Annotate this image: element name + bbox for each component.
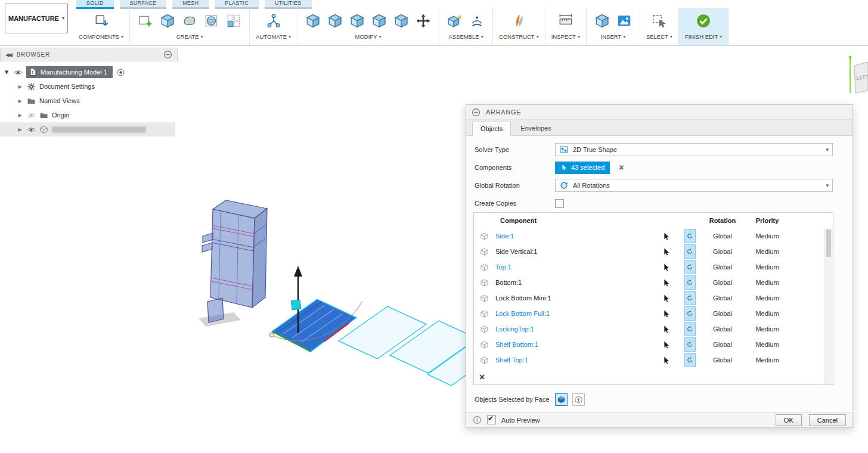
- tab-objects[interactable]: Objects: [472, 122, 511, 136]
- split-body-button[interactable]: [392, 11, 411, 30]
- model-wireframe-body[interactable]: [202, 200, 267, 322]
- select-menu[interactable]: SELECT▾: [646, 33, 672, 40]
- component-name[interactable]: Shelf Bottom:1: [494, 341, 654, 348]
- row-priority-value[interactable]: Medium: [743, 294, 791, 302]
- clear-components-icon[interactable]: ×: [619, 163, 624, 172]
- browser-item-redacted[interactable]: ▶: [0, 122, 175, 136]
- combine-button[interactable]: [370, 11, 389, 30]
- table-row[interactable]: Shelf Top:1GlobalMedium: [474, 352, 833, 368]
- row-rotation-button[interactable]: [684, 229, 696, 243]
- canvas-image-button[interactable]: [615, 11, 634, 30]
- active-document-chip[interactable]: Manufacturing Model 1: [26, 66, 113, 78]
- row-priority-value[interactable]: Medium: [743, 310, 791, 317]
- create-copies-checkbox[interactable]: [555, 199, 564, 208]
- component-name[interactable]: Lock Bottom Full:1: [494, 310, 654, 317]
- select-window-button[interactable]: [650, 11, 669, 30]
- component-name[interactable]: LockingTop:1: [494, 325, 654, 333]
- row-priority-value[interactable]: Medium: [743, 356, 791, 364]
- expand-arrow-icon[interactable]: ▶: [17, 113, 23, 118]
- info-icon[interactable]: [473, 415, 482, 424]
- row-priority-value[interactable]: Medium: [743, 341, 791, 348]
- row-rotation-button[interactable]: [684, 322, 696, 336]
- solver-type-dropdown[interactable]: 2D True Shape ▾: [555, 143, 833, 156]
- joint-button[interactable]: [467, 11, 486, 30]
- table-row[interactable]: Shelf Bottom:1GlobalMedium: [474, 337, 833, 352]
- browser-item-origin[interactable]: ▶Origin: [0, 108, 178, 122]
- objects-by-face-component-button[interactable]: [572, 393, 585, 406]
- row-rotation-button[interactable]: [684, 353, 696, 367]
- cancel-button[interactable]: Cancel: [809, 414, 846, 426]
- component-name[interactable]: Shelf Top:1: [494, 356, 654, 364]
- component-name[interactable]: Bottom:1: [494, 279, 654, 286]
- component-pattern-button[interactable]: [92, 11, 111, 30]
- ok-button[interactable]: OK: [776, 414, 802, 426]
- table-row[interactable]: Lock Bottom Mini:1GlobalMedium: [474, 290, 833, 306]
- row-rotation-button[interactable]: [684, 291, 696, 305]
- table-row[interactable]: Side Vertical:1GlobalMedium: [474, 244, 833, 259]
- construct-plane-button[interactable]: [509, 11, 528, 30]
- create-sketch-button[interactable]: [136, 11, 155, 30]
- row-rotation-button[interactable]: [684, 337, 696, 352]
- create-menu[interactable]: CREATE▾: [176, 33, 203, 40]
- component-name[interactable]: Top:1: [494, 263, 654, 271]
- sphere-primitive-button[interactable]: [202, 11, 221, 30]
- row-rotation-button[interactable]: [684, 306, 696, 321]
- finish-edit-check-button[interactable]: [694, 11, 713, 30]
- box-primitive-button[interactable]: [158, 11, 177, 30]
- table-row[interactable]: Top:1GlobalMedium: [474, 259, 833, 275]
- shell-button[interactable]: [348, 11, 367, 30]
- insert-derive-button[interactable]: [593, 11, 612, 30]
- browser-item-root[interactable]: ▶ Manufacturing Model 1: [0, 65, 178, 79]
- components-selection-chip[interactable]: 43 selected: [555, 162, 610, 174]
- row-rotation-value[interactable]: Global: [702, 356, 743, 364]
- browser-item-document-settings[interactable]: ▶Document Settings: [0, 79, 178, 94]
- component-name[interactable]: Lock Bottom Mini:1: [494, 294, 654, 302]
- press-pull-button[interactable]: [303, 11, 323, 30]
- row-rotation-button[interactable]: [684, 244, 696, 259]
- row-priority-value[interactable]: Medium: [743, 248, 791, 255]
- row-rotation-value[interactable]: Global: [702, 310, 743, 317]
- dialog-header[interactable]: ARRANGE: [466, 105, 852, 120]
- automate-menu[interactable]: AUTOMATE▾: [256, 33, 291, 40]
- inspect-menu[interactable]: INSPECT▾: [551, 33, 580, 40]
- component-name[interactable]: Side Vertical:1: [494, 248, 654, 255]
- new-component-button[interactable]: [445, 11, 464, 30]
- row-rotation-value[interactable]: Global: [702, 325, 743, 333]
- browser-item-named-views[interactable]: ▶Named Views: [0, 94, 178, 108]
- visibility-eye-icon[interactable]: [14, 68, 23, 77]
- modify-menu[interactable]: MODIFY▾: [355, 33, 382, 40]
- expand-arrow-icon[interactable]: ▶: [17, 98, 23, 104]
- collapse-dialog-icon[interactable]: [472, 108, 480, 117]
- clear-table-selection-button[interactable]: ×: [479, 373, 485, 382]
- row-priority-value[interactable]: Medium: [743, 279, 791, 286]
- row-priority-value[interactable]: Medium: [743, 325, 791, 333]
- row-rotation-value[interactable]: Global: [702, 263, 743, 271]
- global-rotation-dropdown[interactable]: All Rotations ▾: [555, 179, 833, 192]
- row-rotation-value[interactable]: Global: [702, 341, 743, 348]
- fillet-button[interactable]: [326, 11, 345, 30]
- expand-arrow-icon[interactable]: ▶: [4, 69, 10, 76]
- expand-arrow-icon[interactable]: ▶: [17, 127, 23, 132]
- collapse-browser-icon[interactable]: [163, 50, 172, 59]
- table-row[interactable]: Bottom:1GlobalMedium: [474, 275, 833, 290]
- measure-button[interactable]: [556, 11, 575, 30]
- expand-arrow-icon[interactable]: ▶: [17, 84, 23, 89]
- row-rotation-value[interactable]: Global: [702, 248, 743, 255]
- row-rotation-button[interactable]: [684, 260, 696, 274]
- assemble-menu[interactable]: ASSEMBLE▾: [448, 33, 483, 40]
- table-row[interactable]: LockingTop:1GlobalMedium: [474, 321, 833, 337]
- scrollbar-thumb[interactable]: [826, 229, 831, 257]
- automate-button[interactable]: [264, 11, 283, 30]
- table-row[interactable]: Side:1GlobalMedium: [474, 228, 833, 244]
- row-rotation-button[interactable]: [684, 275, 696, 290]
- table-scrollbar[interactable]: [824, 228, 833, 384]
- workspace-selector[interactable]: MANUFACTURE ▾: [5, 4, 68, 33]
- row-rotation-value[interactable]: Global: [702, 232, 743, 240]
- component-name[interactable]: Side:1: [494, 232, 654, 240]
- form-button[interactable]: [180, 11, 199, 30]
- move-copy-button[interactable]: [414, 11, 433, 30]
- objects-by-face-body-button[interactable]: [555, 393, 568, 406]
- row-priority-value[interactable]: Medium: [743, 232, 791, 240]
- row-rotation-value[interactable]: Global: [702, 294, 743, 302]
- row-rotation-value[interactable]: Global: [702, 279, 743, 286]
